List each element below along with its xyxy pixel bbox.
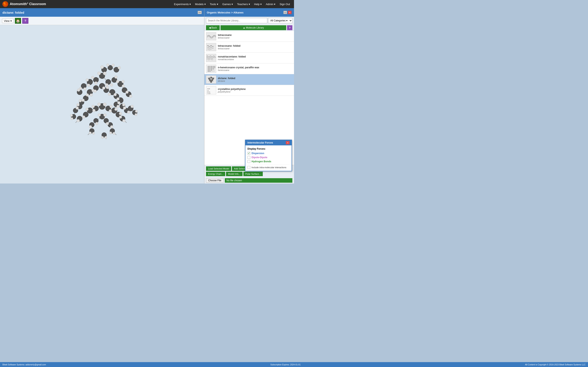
svg-point-108 [100, 66, 104, 69]
library-help-button[interactable]: ? [287, 25, 292, 30]
molecule-list-item[interactable]: tetracosanetetracosane [204, 31, 294, 42]
home-button[interactable]: 🏠 [15, 18, 21, 24]
viewer-panel: dictane: folded — View ▾ 🏠 ? [0, 8, 204, 184]
molecule-info: n-heneicosane crystal, paraffin waxhenic… [218, 66, 292, 71]
category-select[interactable]: All Categories ▾ [268, 18, 292, 23]
molecule-list-item[interactable]: tetracosane: foldedtetracosane [204, 42, 294, 53]
svg-point-134 [123, 107, 126, 109]
molecule-list-item[interactable]: nonatriacontane: foldednonatriacontane [204, 53, 294, 63]
svg-point-127 [92, 105, 95, 108]
svg-point-107 [84, 87, 86, 90]
molecule-list-item[interactable]: dictane: foldeddictane [204, 74, 294, 85]
molecule-svg [43, 45, 161, 164]
hbond-checkbox[interactable] [247, 160, 250, 163]
molecule-list-item[interactable]: H H | | -C-C- H H/n crystalline polyethy… [204, 85, 294, 96]
molecule-info: dictane: foldeddictane [218, 77, 292, 82]
svg-point-155 [89, 125, 92, 128]
nav-links: Experiments ▾ Models ▾ Tools ▾ Games ▾ T… [52, 2, 292, 7]
library-breadcrumb: Organic Molecules > Alkanes [207, 11, 243, 14]
choose-file-button[interactable]: Choose File [206, 178, 224, 183]
intra-checkbox[interactable] [247, 166, 250, 169]
svg-point-113 [106, 86, 109, 89]
display-forces-label: Display Forces: [247, 147, 290, 150]
svg-point-196 [210, 81, 212, 83]
app-title: Atomsmith® Classroom [10, 2, 46, 6]
viewer-minimize-button[interactable]: — [198, 11, 202, 14]
view-dropdown-button[interactable]: View ▾ [2, 19, 14, 23]
nav-experiments[interactable]: Experiments ▾ [172, 2, 192, 7]
toolbar-help-button[interactable]: ? [22, 18, 28, 24]
molecule-library-button[interactable]: ▲ Molecule Library [221, 25, 286, 30]
svg-point-171 [208, 66, 209, 67]
molecule-list-item[interactable]: n-heneicosane crystal, paraffin waxhenic… [204, 63, 294, 74]
nav-help[interactable]: Help ▾ [252, 2, 263, 7]
svg-point-115 [114, 93, 117, 96]
svg-point-139 [77, 103, 79, 106]
nav-tools[interactable]: Tools ▾ [208, 2, 220, 7]
svg-point-3 [4, 4, 6, 6]
svg-point-123 [103, 103, 106, 106]
svg-point-102 [91, 76, 94, 79]
svg-point-0 [3, 1, 8, 7]
imf-close-button[interactable]: × [286, 141, 290, 144]
svg-point-94 [103, 72, 106, 75]
library-close-button[interactable]: × [288, 11, 292, 14]
molecule-subtitle: tetracosane [218, 47, 292, 50]
svg-point-145 [119, 116, 122, 118]
top-navigation: Atomsmith® Classroom Experiments ▾ Model… [0, 0, 294, 8]
imf-panel: Intermolecular Forces × Display Forces: … [245, 140, 292, 171]
svg-point-200 [209, 81, 210, 82]
search-input[interactable] [206, 18, 267, 23]
svg-point-180 [214, 67, 215, 68]
svg-point-178 [211, 67, 212, 68]
svg-point-179 [213, 67, 214, 68]
svg-point-199 [213, 77, 215, 78]
svg-point-97 [116, 80, 119, 83]
svg-point-100 [122, 80, 125, 83]
main-area: dictane: folded — View ▾ 🏠 ? [0, 8, 294, 184]
back-button[interactable]: ◀ Back [206, 25, 220, 30]
svg-point-101 [126, 91, 129, 94]
svg-point-143 [117, 105, 120, 108]
molecule-name: nonatriacontane: folded [218, 55, 292, 58]
svg-text:| |: | | [208, 90, 209, 91]
file-upload-row: Choose File No file chosen [204, 177, 294, 184]
imf-titlebar: Intermolecular Forces × [245, 140, 292, 145]
nav-games[interactable]: Games ▾ [221, 2, 235, 7]
molecule-3d-visualization [43, 45, 161, 164]
polar-surface-button[interactable]: Polar Surface... [243, 172, 263, 176]
svg-point-189 [209, 71, 210, 72]
file-name-display: No file chosen [225, 178, 292, 183]
molecule-thumbnail [206, 43, 216, 51]
imf-title: Intermolecular Forces [247, 141, 273, 144]
svg-point-198 [210, 76, 211, 77]
molecule-info: tetracosane: foldedtetracosane [218, 44, 292, 50]
svg-point-197 [208, 77, 209, 78]
svg-point-132 [106, 122, 109, 125]
dipole-checkbox[interactable] [247, 156, 250, 159]
svg-point-188 [208, 71, 209, 72]
nav-models[interactable]: Models ▾ [193, 2, 208, 7]
viewer-titlebar: dictane: folded — [0, 8, 204, 17]
svg-point-158 [92, 132, 95, 134]
nav-teachers[interactable]: Teachers ▾ [235, 2, 251, 7]
energy-chart-button[interactable]: Energy Chart... [206, 172, 225, 176]
svg-point-187 [211, 70, 212, 71]
library-panel: Organic Molecules > Alkanes — × All Cate… [204, 8, 294, 184]
load-selected-model-button[interactable]: Load Selected Model [206, 166, 231, 171]
imf-content: Display Forces: ✓ Dispersion Dipole-Dipo… [245, 145, 292, 171]
molecule-thumbnail [206, 65, 216, 73]
svg-point-130 [98, 114, 101, 117]
svg-point-156 [113, 132, 115, 134]
dispersion-checkbox[interactable]: ✓ [247, 152, 250, 155]
dispersion-label: Dispersion [251, 152, 264, 155]
svg-point-182 [209, 68, 210, 69]
molecule-subtitle: dictane [218, 80, 292, 82]
nav-signout[interactable]: Sign Out [278, 2, 292, 7]
library-minimize-button[interactable]: — [283, 11, 287, 14]
svg-point-141 [77, 89, 80, 92]
library-titlebar: Organic Molecules > Alkanes — × [204, 8, 294, 17]
nav-admin[interactable]: Admin ▾ [264, 2, 277, 7]
svg-point-120 [90, 94, 93, 96]
model-info-button[interactable]: Model Info... [226, 172, 242, 176]
